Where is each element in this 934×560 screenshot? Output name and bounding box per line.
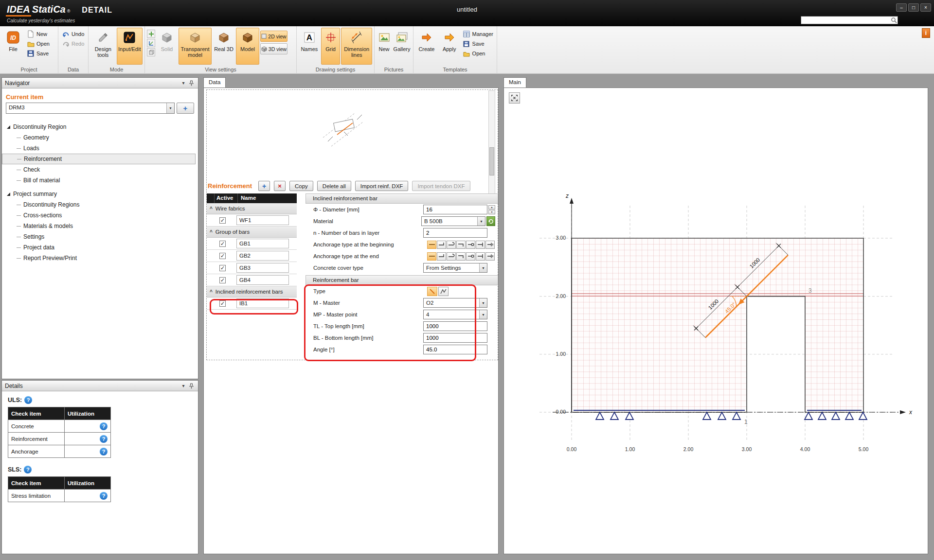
solid-button[interactable]: Solid (156, 28, 178, 65)
concrete-help-icon[interactable]: ? (100, 422, 108, 430)
collapse-chevron-icon[interactable]: ▾ (180, 382, 187, 390)
model-button[interactable]: Model (236, 28, 259, 65)
type-inclined-bar-icon[interactable] (427, 287, 437, 296)
picture-new-button[interactable]: New (377, 28, 392, 65)
search-icon[interactable] (890, 17, 898, 24)
checkbox-checked[interactable]: ✓ (219, 241, 226, 247)
file-button[interactable]: ID File (2, 28, 24, 65)
anchorage-bend-down-icon[interactable] (456, 252, 466, 261)
tree-item-loads[interactable]: Loads (2, 143, 198, 154)
dimension-lines-button[interactable]: Dimension lines (341, 28, 372, 65)
group-wire-fabrics[interactable]: ^Wire fabrics (207, 203, 297, 214)
gallery-button[interactable]: Gallery (393, 28, 411, 65)
new-button[interactable]: New (25, 29, 51, 39)
undo-button[interactable]: Undo (60, 29, 86, 39)
list-item-gb1[interactable]: ✓ GB1 (207, 238, 297, 250)
anchorage-loop-icon[interactable] (466, 241, 475, 249)
anchorage-hook-icon[interactable] (447, 252, 456, 261)
anchorage-straight-icon[interactable] (427, 241, 436, 249)
stress-limitation-help-icon[interactable]: ? (100, 492, 108, 500)
tree-item-settings[interactable]: Settings (2, 231, 198, 242)
template-open-button[interactable]: Open (461, 49, 495, 58)
add-item-button[interactable]: + (177, 103, 194, 114)
minimize-button[interactable]: – (896, 3, 907, 12)
bottom-length-input[interactable] (423, 333, 487, 343)
type-polyline-bar-icon[interactable] (438, 287, 449, 296)
add-reinforcement-button[interactable]: + (258, 181, 270, 191)
copy-button[interactable]: Copy (289, 181, 313, 191)
group-of-bars[interactable]: ^Group of bars (207, 227, 297, 238)
delete-all-button[interactable]: Delete all (317, 181, 351, 191)
checkbox-checked[interactable]: ✓ (219, 300, 226, 307)
preview-scrollbar[interactable] (488, 90, 495, 195)
search-input[interactable] (801, 17, 890, 23)
angle-input[interactable] (423, 345, 487, 354)
tree-item-cross-sections[interactable]: Cross-sections (2, 210, 198, 221)
tree-item-project-data[interactable]: Project data (2, 242, 198, 253)
transparent-model-button[interactable]: Transparent model (179, 28, 212, 65)
uls-help-icon[interactable]: ? (24, 396, 32, 404)
tree-item-discontinuity-region[interactable]: Discontinuity Region (2, 122, 198, 132)
diameter-stepper[interactable]: ▲ ▼ (488, 205, 495, 214)
list-item-gb2[interactable]: ✓ GB2 (207, 250, 297, 262)
design-tools-button[interactable]: Design tools (90, 28, 116, 65)
names-button[interactable]: A Names (299, 28, 320, 65)
material-dropdown[interactable]: B 500B ▼ (421, 216, 485, 226)
redo-button[interactable]: Redo (60, 39, 86, 49)
current-item-dropdown[interactable]: DRM3 ▼ (6, 103, 175, 114)
axes-view-icon[interactable] (147, 39, 155, 47)
anchorage-straight-icon[interactable] (427, 252, 436, 261)
diameter-input[interactable] (423, 205, 487, 214)
checkbox-checked[interactable]: ✓ (219, 217, 226, 224)
template-create-button[interactable]: Create (415, 28, 438, 65)
search-box[interactable] (801, 16, 898, 24)
grid-button[interactable]: Grid (321, 28, 341, 65)
collapse-chevron-icon[interactable]: ▾ (180, 79, 187, 87)
master-point-dropdown[interactable]: 4 ▼ (423, 310, 487, 319)
top-length-input[interactable] (423, 321, 487, 331)
real-3d-button[interactable]: Real 3D (213, 28, 235, 65)
tree-item-project-summary[interactable]: Project summary (2, 189, 198, 199)
view-3d-button[interactable]: 3D view (260, 43, 287, 54)
template-manager-button[interactable]: Manager (461, 29, 495, 39)
checkbox-checked[interactable]: ✓ (219, 277, 226, 283)
scrollbar-thumb[interactable] (489, 147, 494, 175)
pin-icon[interactable] (187, 382, 195, 390)
checkbox-checked[interactable]: ✓ (219, 253, 226, 259)
tree-item-check[interactable]: Check (2, 164, 198, 175)
spinner-down-icon[interactable]: ▼ (488, 210, 495, 214)
list-item-gb4[interactable]: ✓ GB4 (207, 274, 297, 286)
list-item-gb3[interactable]: ✓ GB3 (207, 262, 297, 274)
sls-help-icon[interactable]: ? (24, 466, 32, 473)
close-button[interactable]: × (920, 3, 931, 12)
add-view-icon[interactable] (147, 30, 155, 38)
bars-in-layer-input[interactable] (423, 228, 487, 238)
anchorage-bend-up-icon[interactable] (437, 252, 446, 261)
save-button[interactable]: Save (25, 49, 51, 58)
group-inclined-bars[interactable]: ^Inclined reinforcement bars (207, 286, 297, 298)
tree-item-report-preview[interactable]: Report Preview/Print (2, 253, 198, 263)
cube-view-icon[interactable] (147, 48, 155, 56)
info-button[interactable]: i (922, 28, 930, 38)
pin-icon[interactable] (187, 79, 195, 87)
maximize-button[interactable]: □ (908, 3, 919, 12)
view-2d-button[interactable]: 2D view (260, 31, 287, 42)
anchorage-help-icon[interactable]: ? (100, 448, 108, 455)
tree-item-geometry[interactable]: Geometry (2, 132, 198, 143)
tree-item-materials-models[interactable]: Materials & models (2, 221, 198, 231)
reinforcement-help-icon[interactable]: ? (100, 435, 108, 443)
anchorage-plate-icon[interactable] (485, 241, 495, 249)
cover-type-dropdown[interactable]: From Settings ▼ (423, 263, 487, 273)
tree-item-discontinuity-regions[interactable]: Discontinuity Regions (2, 199, 198, 210)
tree-item-reinforcement[interactable]: Reinforcement (2, 154, 196, 164)
anchorage-plate-icon[interactable] (485, 252, 495, 261)
master-dropdown[interactable]: O2 ▼ (423, 298, 487, 308)
anchorage-bend-up-icon[interactable] (437, 241, 446, 249)
list-item-ib1[interactable]: ✓ IB1 (207, 298, 297, 310)
checkbox-checked[interactable]: ✓ (219, 265, 226, 271)
anchorage-loop-icon[interactable] (466, 252, 475, 261)
open-button[interactable]: Open (25, 39, 51, 49)
tree-item-bill-of-material[interactable]: Bill of material (2, 175, 198, 186)
template-apply-button[interactable]: Apply (439, 28, 460, 65)
import-reinf-dxf-button[interactable]: Import reinf. DXF (355, 181, 409, 191)
